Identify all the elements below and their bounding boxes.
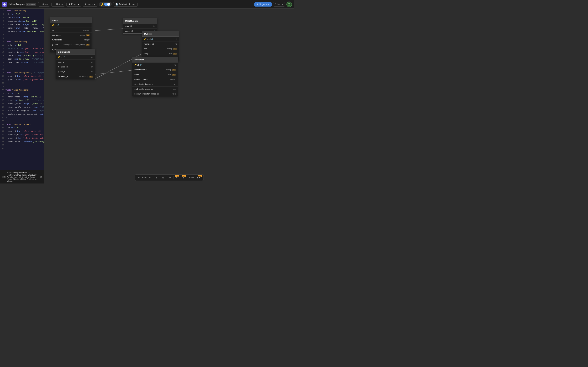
line-number: 7	[1, 30, 6, 33]
line-content: id int [pk]	[6, 13, 20, 16]
code-line: 3 uid varchar [unique]	[0, 16, 44, 20]
diagram-name: Untitled Diagram	[8, 3, 25, 6]
split-view-button[interactable]: ⊟	[161, 175, 166, 180]
import-button[interactable]: ⬇ Import ▾	[83, 2, 97, 7]
upgrade-icon: ⬆	[257, 3, 258, 6]
table-row: user_id int	[56, 59, 95, 64]
share-button[interactable]: ⤴ Share	[38, 2, 50, 7]
line-number: 31	[1, 113, 6, 116]
zoom-in-button[interactable]: +	[148, 175, 152, 180]
code-line: 16 time_limit integer //クエスト制限時間	[0, 61, 44, 64]
code-line: 4 username string [not null]	[0, 20, 44, 23]
users-table-header: Users	[50, 17, 91, 23]
line-number: 25	[1, 92, 6, 95]
edit-button[interactable]: ✏	[168, 175, 173, 180]
guildcards-table: GuildCards 🔑 id 🔗 int user_id int monste…	[56, 49, 95, 79]
logo-area[interactable]: Untitled Diagram Personal	[2, 2, 36, 7]
line-number: 22	[1, 82, 6, 84]
history-button[interactable]: ↺ History	[51, 2, 65, 7]
zoom-level: 98%	[142, 176, 147, 179]
moon-icon: 🌙	[100, 3, 103, 6]
line-content: uid varchar [unique]	[6, 16, 31, 19]
user-avatar[interactable]	[286, 1, 292, 7]
export-chevron-icon: ▾	[78, 3, 79, 6]
line-content: Table Table UserQuests{ // 中間テーブル	[6, 71, 44, 75]
ad-content: ✦ Read Blog Post: How To Restructure Dat…	[7, 172, 39, 182]
line-number: 37	[1, 133, 6, 136]
line-number: 2	[1, 13, 6, 16]
code-line: 41	[0, 147, 44, 150]
ad-badge: AD	[2, 176, 6, 178]
code-line: 1Table Table Users{	[0, 9, 44, 13]
columns-icon: ⊟	[162, 176, 164, 179]
export-button[interactable]: ⬆ Export ▾	[66, 2, 82, 7]
link-icon: 🔗	[140, 64, 141, 66]
canvas-panel[interactable]: Users 🔑 id 🔗 int uid varchar username st…	[44, 8, 294, 184]
app-logo[interactable]	[2, 2, 7, 7]
svg-point-4	[289, 3, 289, 4]
share-icon: ⤴	[41, 3, 41, 6]
line-content: monster_id int [ref: - Monsters.id]	[6, 51, 44, 54]
top-navigation: Untitled Diagram Personal ⤴ Share ↺ Hist…	[0, 0, 294, 8]
table-row: user_id int	[123, 24, 157, 29]
line-number: 11	[1, 44, 6, 47]
fit-icon: ⊞	[156, 176, 157, 179]
line-number: 1	[1, 9, 6, 12]
line-content: }	[6, 33, 7, 37]
code-line: 22}	[0, 82, 44, 85]
help-button[interactable]: ? Help ▾	[273, 2, 285, 7]
ad-subtitle: An interview with Christine Jiang, forme…	[7, 176, 39, 182]
line-number: 24	[1, 89, 6, 92]
line-number: 15	[1, 58, 6, 60]
line-content: user_id int [ref: > Users.id] // 1つのユーザー…	[6, 75, 44, 78]
table-row: quest_id int	[56, 69, 95, 74]
line-number: 36	[1, 130, 6, 133]
code-content[interactable]: 1Table Table Users{2 id int [pk]3 uid va…	[0, 8, 44, 151]
ad-close-button[interactable]: ✕	[40, 175, 42, 178]
line-number: 14	[1, 54, 6, 57]
ad-title[interactable]: ✦ Read Blog Post: How To Restructure Dat…	[7, 172, 39, 176]
code-line: 26 monstername string [not null]	[0, 95, 44, 99]
table-row: body text NN	[142, 51, 179, 56]
zoom-out-button[interactable]: −	[137, 175, 141, 180]
key-icon: 🔑	[58, 56, 60, 58]
upgrade-button[interactable]: ⬆ Upgrade ▾	[254, 2, 272, 7]
table-row: 🔑 id 🔗 int	[56, 55, 95, 59]
code-line: 6 gender enum ('male', 'female', 'other'…	[0, 26, 44, 30]
table-row: 🔑 id 🔗 int	[132, 62, 178, 67]
ad-banner: AD ✦ Read Blog Post: How To Restructure …	[0, 170, 44, 184]
code-line: 38 quest_id int [ref: > Quests.uuid] // …	[0, 137, 44, 140]
line-number: 19	[1, 71, 6, 74]
main-layout: 1Table Table Users{2 id int [pk]3 uid va…	[0, 8, 294, 184]
code-line: 31 bestiary_monster_image_url text //図鑑用…	[0, 113, 44, 116]
toggle-switch[interactable]	[104, 3, 110, 6]
table-row: end_battle_image_url text	[132, 87, 178, 92]
code-line: 15 body text [not null] //クエスト説明文	[0, 58, 44, 61]
line-content: uuid int [pk]	[6, 44, 23, 47]
code-line: 39 defeated_at timestamp [not null] // ユ…	[0, 140, 44, 143]
import-chevron-icon: ▾	[94, 3, 95, 6]
quests-table-header: Quests	[142, 31, 179, 37]
code-line: 29 start_battle_image_url text //戦闘開始前画像	[0, 106, 44, 109]
line-number: 20	[1, 75, 6, 78]
export-icon: ⬆	[69, 3, 70, 6]
table-row: start_battle_image_url text	[132, 82, 178, 87]
table-row: monstername string NN	[132, 67, 178, 72]
dark-mode-toggle[interactable]: 🌙	[99, 2, 112, 7]
personal-badge: Personal	[26, 3, 36, 6]
svg-marker-0	[3, 3, 6, 6]
code-editor-panel: 1Table Table Users{2 id int [pk]3 uid va…	[0, 8, 44, 184]
table-row: hunterranks □ integer	[50, 37, 91, 42]
publish-button[interactable]: 📄 Publish to dbdocs	[113, 2, 138, 7]
userquests-table-header: UserQuests	[123, 18, 157, 24]
code-line: 23	[0, 85, 44, 89]
line-number: 23	[1, 85, 6, 88]
line-number: 26	[1, 95, 6, 98]
fit-view-button[interactable]: ⊞	[154, 175, 159, 180]
line-content: }	[6, 116, 7, 119]
table-row: defeated_at timestamp NN	[56, 74, 95, 79]
show-label: Show	[188, 176, 195, 179]
line-content: defeated_at timestamp [not null] // ユーザー…	[6, 140, 44, 143]
code-line: 40}	[0, 143, 44, 147]
code-line: 10Table Table Quests{	[0, 40, 44, 44]
